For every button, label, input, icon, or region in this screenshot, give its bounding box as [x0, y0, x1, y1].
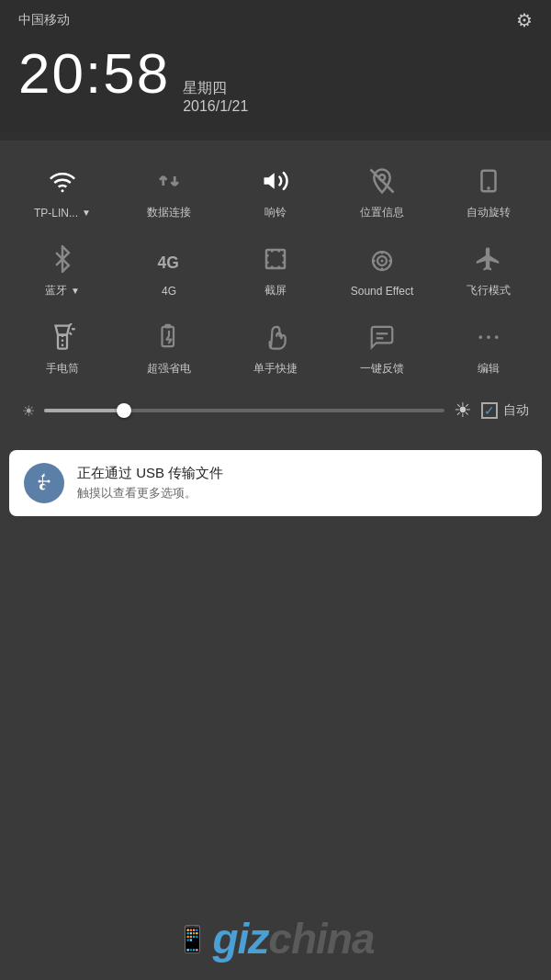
qs-data-label: 数据连接: [147, 205, 191, 220]
feedback-icon: [364, 319, 400, 355]
qs-powersave[interactable]: 超强省电: [123, 311, 215, 384]
clock-date-block: 星期四 2016/1/21: [183, 79, 248, 115]
usb-icon: [24, 463, 64, 503]
qs-edit[interactable]: 编辑: [443, 311, 534, 384]
svg-point-24: [478, 335, 482, 339]
qs-rotation[interactable]: 自动旋转: [443, 155, 534, 228]
soundeffect-icon: [364, 242, 400, 279]
qs-row-1: TP-LIN... ▼ 数据连接 响铃: [9, 155, 542, 228]
qs-location[interactable]: 位置信息: [336, 155, 428, 228]
rotation-icon: [470, 163, 507, 199]
qs-bluetooth[interactable]: 蓝牙 ▼: [17, 233, 108, 306]
qs-airplane-label: 飞行模式: [467, 283, 511, 299]
volume-icon: [257, 163, 294, 199]
brightness-low-icon: ☀: [22, 402, 35, 420]
usb-notification-subtitle: 触摸以查看更多选项。: [77, 485, 527, 501]
powersave-icon: [151, 319, 187, 355]
watermark-phone-icon: 📱: [176, 924, 208, 954]
settings-icon[interactable]: ⚙: [516, 9, 533, 31]
status-bar: 中国移动 ⚙: [0, 0, 551, 37]
carrier-label: 中国移动: [18, 12, 70, 28]
screenshot-icon: [257, 241, 294, 277]
watermark-giz: giz: [212, 915, 268, 963]
watermark-text: gizchina: [212, 914, 374, 963]
qs-4g[interactable]: 4G 4G: [123, 235, 215, 305]
brightness-auto-label: 自动: [503, 402, 529, 419]
brightness-row: ☀ ☀ ✓ 自动: [9, 389, 542, 432]
svg-point-25: [487, 335, 490, 339]
qs-bluetooth-label: 蓝牙 ▼: [45, 283, 80, 299]
qs-onehand-label: 单手快捷: [253, 361, 298, 377]
usb-notification-text: 正在通过 USB 传输文件 触摸以查看更多选项。: [77, 465, 527, 501]
svg-line-17: [70, 323, 73, 326]
brightness-auto-checkbox[interactable]: ✓: [481, 402, 498, 419]
qs-onehand[interactable]: 单手快捷: [230, 311, 321, 384]
qs-edit-label: 编辑: [478, 361, 500, 377]
quick-settings-panel: TP-LIN... ▼ 数据连接 响铃: [0, 141, 551, 441]
4g-icon: 4G: [151, 242, 187, 279]
qs-4g-label: 4G: [162, 285, 176, 298]
svg-rect-7: [266, 250, 285, 268]
separator: [0, 133, 551, 141]
qs-soundeffect[interactable]: Sound Effect: [336, 235, 428, 305]
clock-weekday: 星期四: [183, 79, 248, 98]
brightness-auto-control[interactable]: ✓ 自动: [481, 402, 529, 419]
qs-soundeffect-label: Sound Effect: [351, 285, 414, 298]
flashlight-icon: [44, 319, 81, 355]
usb-notification[interactable]: 正在通过 USB 传输文件 触摸以查看更多选项。: [9, 450, 542, 516]
qs-wifi[interactable]: TP-LIN... ▼: [17, 157, 108, 227]
qs-screenshot-label: 截屏: [264, 283, 287, 299]
qs-feedback[interactable]: 一键反馈: [336, 311, 428, 384]
brightness-fill: [44, 409, 124, 412]
qs-row-2: 蓝牙 ▼ 4G 4G 截屏: [9, 233, 542, 306]
qs-location-label: 位置信息: [360, 205, 404, 220]
clock-area: 20:58 星期四 2016/1/21: [0, 37, 551, 133]
clock-date: 2016/1/21: [183, 98, 248, 115]
qs-wifi-label: TP-LIN... ▼: [34, 207, 91, 220]
brightness-high-icon: ☀: [454, 399, 472, 422]
wifi-icon: [44, 164, 81, 201]
edit-icon: [470, 319, 507, 355]
svg-text:4G: 4G: [158, 253, 179, 271]
qs-data[interactable]: 数据连接: [123, 155, 215, 228]
watermark: 📱 gizchina: [176, 914, 374, 963]
svg-point-0: [62, 189, 64, 192]
onehand-icon: [257, 319, 294, 355]
qs-rotation-label: 自动旋转: [467, 205, 511, 220]
svg-point-26: [495, 335, 499, 339]
qs-flashlight[interactable]: 手电筒: [17, 311, 108, 384]
clock-time: 20:58: [18, 40, 170, 106]
qs-row-3: 手电筒 超强省电 单手快捷: [9, 311, 542, 384]
qs-flashlight-label: 手电筒: [46, 361, 79, 377]
qs-screenshot[interactable]: 截屏: [230, 233, 321, 306]
bluetooth-icon: [44, 241, 81, 277]
usb-notification-title: 正在通过 USB 传输文件: [77, 465, 527, 482]
svg-marker-1: [264, 173, 275, 189]
brightness-slider[interactable]: [44, 409, 444, 412]
watermark-china: china: [268, 915, 374, 963]
data-icon: [151, 163, 187, 199]
svg-point-10: [381, 259, 384, 262]
brightness-thumb: [117, 403, 131, 418]
qs-volume-label: 响铃: [264, 205, 287, 220]
qs-airplane[interactable]: 飞行模式: [443, 233, 534, 306]
qs-powersave-label: 超强省电: [147, 361, 191, 377]
qs-volume[interactable]: 响铃: [230, 155, 321, 228]
airplane-icon: [470, 241, 507, 277]
location-icon: [364, 163, 400, 199]
qs-feedback-label: 一键反馈: [360, 361, 404, 377]
svg-point-3: [379, 175, 385, 180]
svg-line-19: [70, 332, 73, 335]
